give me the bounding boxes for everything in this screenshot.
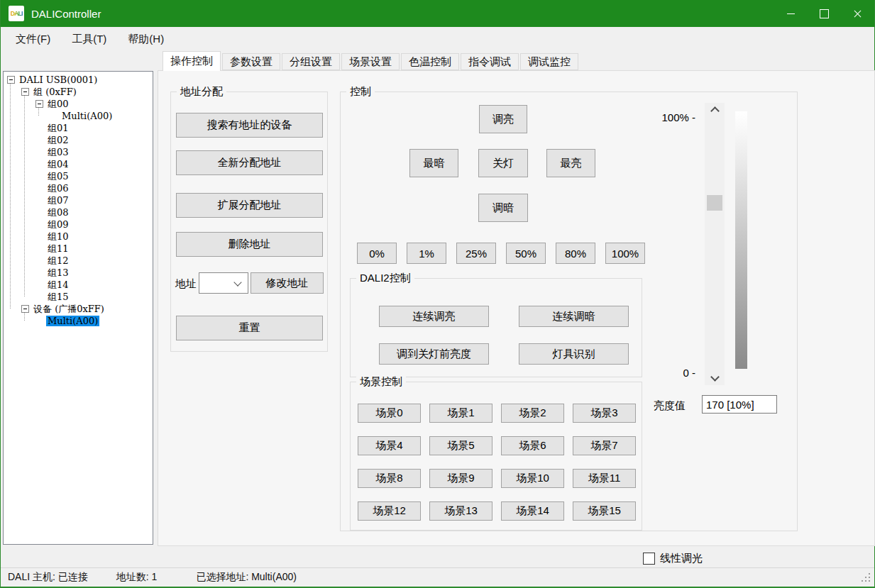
tree-item-group10[interactable]: 组10 [4, 231, 153, 243]
recall-last-level-button[interactable]: 调到关灯前亮度 [379, 343, 489, 365]
brighten-button[interactable]: 调亮 [479, 105, 527, 133]
menubar: 文件(F) 工具(T) 帮助(H) [1, 27, 874, 51]
status-host-connection: DALI 主机: 已连接 [8, 571, 88, 584]
brightest-button[interactable]: 最亮 [546, 149, 595, 177]
search-addressed-devices-button[interactable]: 搜索有地址的设备 [176, 113, 323, 138]
tabstrip: 操作控制 参数设置 分组设置 场景设置 色温控制 指令调试 调试监控 [163, 51, 580, 71]
maximize-icon [820, 9, 829, 18]
dali2-control-title: DALI2控制 [356, 272, 414, 285]
linear-dimming-checkbox[interactable] [643, 553, 655, 565]
scene-9-button[interactable]: 场景9 [429, 469, 492, 488]
scene-11-button[interactable]: 场景11 [573, 469, 636, 488]
app-icon: DALI [9, 6, 24, 21]
tree-item-group03[interactable]: 组03 [4, 146, 153, 158]
reset-button[interactable]: 重置 [176, 316, 323, 340]
percent-1-button[interactable]: 1% [407, 243, 446, 264]
tree-item-group00[interactable]: 组00 [4, 98, 153, 110]
scene-12-button[interactable]: 场景12 [358, 501, 421, 521]
minimize-button[interactable] [774, 0, 808, 27]
scene-14-button[interactable]: 场景14 [501, 501, 564, 521]
tab-parameter-settings[interactable]: 参数设置 [222, 53, 280, 70]
maximize-button[interactable] [808, 0, 841, 27]
tree-item-group01[interactable]: 组01 [4, 122, 153, 134]
scene-control-group: 场景控制 场景0 场景1 场景2 场景3 场景4 场景5 场景6 场景7 场景8… [350, 382, 642, 531]
titlebar: DALI DALIController [1, 0, 874, 27]
chevron-up-icon [710, 106, 720, 116]
collapse-icon[interactable] [35, 100, 43, 108]
percent-button-row: 0% 1% 25% 50% 80% 100% [357, 243, 645, 264]
scene-0-button[interactable]: 场景0 [358, 404, 421, 423]
resize-grip[interactable] [862, 573, 871, 583]
scene-2-button[interactable]: 场景2 [501, 404, 564, 423]
scrollbar-thumb[interactable] [707, 195, 722, 211]
percent-100-button[interactable]: 100% [605, 243, 645, 264]
collapse-icon[interactable] [21, 305, 29, 313]
scene-6-button[interactable]: 场景6 [501, 436, 564, 455]
continuous-brighten-button[interactable]: 连续调亮 [379, 306, 489, 327]
brightness-value-label: 亮度值 [654, 399, 686, 413]
tree-item-group13[interactable]: 组13 [4, 267, 153, 279]
dimmest-button[interactable]: 最暗 [409, 149, 458, 177]
menu-file[interactable]: 文件(F) [5, 27, 61, 51]
tab-debug-monitor[interactable]: 调试监控 [520, 53, 578, 70]
dali2-row-2: 调到关灯前亮度 灯具识别 [379, 343, 629, 365]
dim-button[interactable]: 调暗 [478, 194, 528, 222]
tree-item-group09[interactable]: 组09 [4, 218, 153, 231]
control-group-title: 控制 [346, 85, 375, 99]
lamp-off-button[interactable]: 关灯 [478, 149, 528, 177]
scene-13-button[interactable]: 场景13 [429, 501, 492, 521]
scene-4-button[interactable]: 场景4 [358, 436, 421, 455]
chevron-down-icon [233, 278, 241, 286]
scene-5-button[interactable]: 场景5 [429, 436, 492, 455]
tab-command-debug[interactable]: 指令调试 [461, 53, 519, 70]
modify-address-button[interactable]: 修改地址 [251, 272, 324, 294]
continuous-dim-button[interactable]: 连续调暗 [519, 306, 629, 327]
scrollbar-up-button[interactable] [705, 103, 725, 117]
address-combobox[interactable] [199, 272, 248, 294]
close-button[interactable] [841, 0, 874, 27]
tree-item-multi-a00-selected[interactable]: Multi(A00) [4, 315, 153, 327]
menu-tools[interactable]: 工具(T) [61, 27, 117, 51]
tab-color-temp-control[interactable]: 色温控制 [401, 53, 459, 70]
collapse-icon[interactable] [7, 76, 15, 84]
tree-item-group11[interactable]: 组11 [4, 243, 153, 255]
extend-assign-address-button[interactable]: 扩展分配地址 [176, 193, 323, 218]
scene-8-button[interactable]: 场景8 [358, 469, 421, 488]
scene-10-button[interactable]: 场景10 [501, 469, 564, 488]
tree-item-group04[interactable]: 组04 [4, 158, 153, 170]
lamp-identify-button[interactable]: 灯具识别 [519, 343, 629, 365]
percent-0-button[interactable]: 0% [357, 243, 397, 264]
tree-item-root[interactable]: DALI USB(0001) [4, 74, 153, 86]
tree-item-device-parent[interactable]: 设备 (广播0xFF) [4, 303, 153, 315]
collapse-icon[interactable] [21, 88, 29, 96]
scene-15-button[interactable]: 场景15 [573, 501, 636, 521]
percent-25-button[interactable]: 25% [456, 243, 496, 264]
brightness-value-input[interactable]: 170 [10%] [702, 395, 777, 414]
scene-1-button[interactable]: 场景1 [429, 404, 492, 423]
dali2-row-1: 连续调亮 连续调暗 [379, 306, 629, 327]
brightness-scrollbar[interactable] [705, 103, 725, 385]
tree-item-group05[interactable]: 组05 [4, 170, 153, 182]
tree-item-group02[interactable]: 组02 [4, 134, 153, 146]
scrollbar-down-button[interactable] [705, 371, 725, 385]
minimize-icon [787, 13, 795, 14]
tab-operation-control[interactable]: 操作控制 [163, 51, 221, 71]
tree-item-group12[interactable]: 组12 [4, 255, 153, 267]
assign-new-address-button[interactable]: 全新分配地址 [176, 150, 323, 175]
tree-item-multi-a00[interactable]: Multi(A00) [4, 110, 153, 122]
tab-scene-settings[interactable]: 场景设置 [341, 53, 400, 70]
tree-item-group08[interactable]: 组08 [4, 206, 153, 218]
app-window: DALI DALIController 文件(F) 工具(T) 帮助(H) DA… [0, 0, 875, 588]
delete-address-button[interactable]: 删除地址 [176, 232, 323, 257]
tree-item-group14[interactable]: 组14 [4, 279, 153, 291]
percent-50-button[interactable]: 50% [506, 243, 546, 264]
menu-help[interactable]: 帮助(H) [117, 27, 175, 51]
scene-7-button[interactable]: 场景7 [573, 436, 636, 455]
tab-group-settings[interactable]: 分组设置 [282, 53, 340, 70]
tree-item-group-parent[interactable]: 组 (0xFF) [4, 86, 153, 98]
percent-80-button[interactable]: 80% [556, 243, 595, 264]
tree-item-group07[interactable]: 组07 [4, 194, 153, 206]
scene-3-button[interactable]: 场景3 [573, 404, 636, 423]
tree-item-group15[interactable]: 组15 [4, 291, 153, 303]
tree-item-group06[interactable]: 组06 [4, 182, 153, 194]
